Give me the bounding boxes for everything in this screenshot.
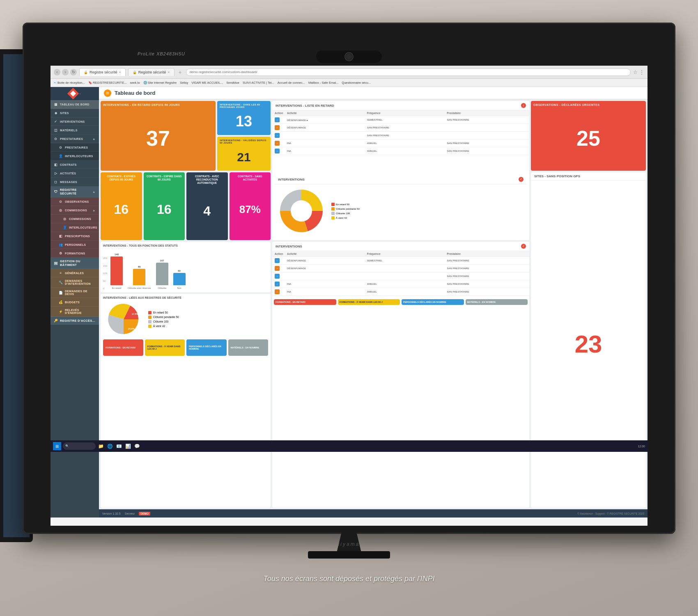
action-btn-3[interactable]: → (275, 133, 280, 138)
sidebar-item-formations[interactable]: ⚙ FORMATIONS (51, 249, 99, 258)
sidebar-item-prestataires[interactable]: ⊙ PRESTATAIRES ▲ (51, 135, 99, 143)
taskbar-icon-1[interactable]: 📁 (97, 442, 105, 450)
close-tab-2[interactable]: × (168, 70, 170, 74)
sidebar-item-tableau-de-bord[interactable]: ▦ TABLEAU DE BORD (51, 100, 99, 109)
legend-cloturee-pendante: Clôturée pendante 50 (148, 316, 179, 319)
form-materiels-title: MATÉRIELS - EN NOMBRE (467, 301, 526, 303)
bookmark-item-send[interactable]: Sendblue (226, 81, 239, 85)
pie-chart-svg (275, 184, 328, 238)
bar-chart-title: INTERVENTIONS - TOUS EN FONCTION DES STA… (103, 244, 268, 247)
bookmark-item-accueil[interactable]: Accueil de connec... (278, 81, 305, 85)
sidebar-item-demandes-int[interactable]: 🔧 DEMANDES D'INTERVENTION (51, 277, 99, 288)
address-bar[interactable]: demo.registresecurite.com/custom-dashboa… (186, 69, 631, 76)
sidebar-item-interventions[interactable]: ✓ INTERVENTIONS (51, 117, 99, 126)
tab-registre-1[interactable]: 🔒 Registre sécurité × (79, 68, 126, 76)
taskbar-search[interactable]: 🔍 (63, 442, 96, 450)
action-r3[interactable]: → (275, 274, 280, 279)
next-int-card: INTERVENTIONS - DANS LES 60 PROCHAINS JO… (217, 101, 271, 135)
action-r1[interactable]: → (275, 258, 280, 263)
action-r5[interactable]: → (275, 289, 280, 294)
sidebar-item-activites[interactable]: ▷ ACTIVITÉS (51, 169, 99, 178)
formations-row: FORMATIONS - EN RETARD FORMATIONS - À VE… (103, 339, 268, 356)
sidebar-item-demandes-devis[interactable]: 📄 DEMANDES DE DEVIS (51, 288, 99, 298)
obs-title: OBSERVATIONS - DÉCLARÉES URGENTES (533, 103, 643, 106)
sidebar-item-generales[interactable]: ≡ GÉNÉRALES (51, 269, 99, 277)
action-btn-4[interactable]: → (275, 141, 280, 146)
svg-text:24.9%: 24.9% (128, 327, 134, 330)
back-button[interactable]: ‹ (54, 69, 60, 76)
user-sub-icon: ⊙ (59, 145, 63, 149)
form-retard: FORMATIONS - EN RETARD (274, 299, 336, 305)
formation-a-venir: FORMATIONS - À VENIR DANS LES 60 J (145, 339, 185, 356)
bookmark-item-site[interactable]: 🌐 Site Internet Registre (143, 81, 177, 85)
sidebar-item-interlocuteurs[interactable]: 👤 INTERLOCUTEURS (51, 152, 99, 160)
table-row: → DÉSENFUMAGE SEMESTRIEL SAN PRESTATAIRE (272, 257, 529, 265)
bookmark-item-seek[interactable]: seek.to (130, 81, 140, 85)
sites-card: SITES - SANS POSITION GPS 23 (531, 172, 646, 508)
sidebar-section-registre-acces[interactable]: 🔑 REGISTRE D'ACCÈS... (51, 317, 99, 325)
money-icon: 💰 (59, 300, 63, 304)
bookmark-item-quest[interactable]: Questionnaire sécu... (342, 81, 371, 85)
bookmark-item-vigar[interactable]: VIGAR ME ACCUEIL... (191, 81, 223, 85)
pie-legend: En retard 50 Clôturée pendante 50 Clôtur… (148, 311, 179, 328)
sidebar-item-commissions[interactable]: ◎ COMMISSIONS ▲ (51, 206, 99, 215)
sidebar-item-materiels[interactable]: ◫ MATÉRIELS (51, 126, 99, 135)
validated-card: INTERVENTIONS - VALIDÉES DEPUIS 60 JOURS… (217, 137, 271, 171)
tab-registre-2[interactable]: 🔒 Registre sécurité × (128, 68, 174, 76)
server-label: Serveur (125, 512, 135, 515)
int-list-header: INTERVENTIONS - LISTE EN RETARD ! (272, 101, 529, 110)
bar-en-retard: 148 En retard (110, 253, 123, 290)
refresh-button[interactable]: ↻ (70, 69, 77, 76)
validated-number: 21 (220, 146, 268, 168)
bookmark-item-sellsy[interactable]: Sellsy (180, 81, 188, 85)
sidebar-item-contrats[interactable]: ◧ CONTRATS (51, 160, 99, 169)
bookmark-item-mail[interactable]: Mailbox - Safe Emai... (308, 81, 338, 85)
sidebar-item-personnels[interactable]: 👥 PERSONNELS (51, 240, 99, 249)
start-button[interactable]: ⊞ (53, 442, 61, 450)
sidebar-item-prescriptions[interactable]: ◧ PRESCRIPTIONS (51, 232, 99, 240)
action-btn-5[interactable]: → (275, 149, 280, 153)
main-pie-svg: 17.6% 24.9% (103, 301, 144, 338)
bookmark-item-registre[interactable]: 🔖 REGISTRESECURITE... (88, 81, 127, 85)
building-icon: 🏢 (54, 261, 58, 265)
sidebar-item-observations[interactable]: ⊙ OBSERVATIONS (51, 197, 99, 206)
extension-icon[interactable]: ⋮ (639, 69, 644, 75)
legend-cloturee: Clôturée 100 (148, 320, 179, 323)
next-int-column: INTERVENTIONS - DANS LES 60 PROCHAINS JO… (217, 101, 271, 171)
monitor-frame: ProLite XB2483H5U ‹ › ↻ 🔒 Registre sécur… (23, 23, 675, 534)
bookmark-icon[interactable]: ☆ (633, 69, 638, 75)
action-r2[interactable]: → (275, 266, 280, 271)
taskbar-icon-5[interactable]: 💬 (133, 442, 141, 450)
sidebar-item-messages[interactable]: ◻ MESSAGES (51, 178, 99, 186)
taskbar-icon-4[interactable]: 📊 (124, 442, 132, 450)
sidebar-section-registre[interactable]: 🛡 REGISTRE SÉCURITÉ ▲ (51, 186, 99, 197)
sidebar-item-sites[interactable]: ◈ SITES (51, 109, 99, 117)
action-r4[interactable]: → (275, 282, 280, 286)
sidebar-item-budgets[interactable]: 💰 BUDGETS (51, 298, 99, 307)
int2-badge-2: ✓ (521, 244, 526, 249)
bookmark-item-inbox[interactable]: 📧 Boite de réception... (53, 81, 85, 85)
logo-icon (67, 88, 79, 99)
sidebar-item-releves[interactable]: ⚡ RELEVÉS D'ÉNERGIE (51, 307, 99, 317)
table-row: → DÉSENFUMAGE ▸ SEMESTRIEL SAN PRESTATAI… (272, 116, 529, 124)
form-personnels-title: PERSONNELS DÉCLARÉS EN NOMBRE (403, 301, 462, 303)
sidebar-collapse[interactable]: ‹ (80, 92, 81, 96)
taskbar-icon-2[interactable]: 🌐 (106, 442, 114, 450)
footer-text: © Assistance - Support - © REGISTRE SECU… (577, 512, 644, 515)
taskbar-icon-3[interactable]: 📧 (115, 442, 123, 450)
sidebar-item-commissions-sub2[interactable]: ◎ COMMISSIONS (51, 215, 99, 223)
action-btn-2[interactable]: → (275, 125, 280, 130)
sidebar-item-interlocuteurs-sub2[interactable]: 👤 INTERLOCUTEURS (51, 223, 99, 232)
form-retard-title: FORMATIONS - EN RETARD (276, 301, 335, 303)
sidebar-section-gestion[interactable]: 🏢 GESTION DU BÂTIMENT (51, 258, 99, 269)
formation-materiels-title: MATÉRIELS - EN NOMBRE (231, 346, 266, 349)
legend-item-yellow: À venir 42 (331, 216, 360, 220)
new-tab-button[interactable]: + (177, 69, 184, 76)
table-row: → INA ANNUEL SAN PRESTATAIRE (272, 288, 529, 296)
bar-chart-container: 200 150 100 50 0 148 En retard (103, 249, 268, 290)
forward-button[interactable]: › (62, 69, 69, 76)
close-tab-1[interactable]: × (119, 70, 121, 74)
sidebar-item-prestataires-sub[interactable]: ⊙ PRESTATAIRES (51, 143, 99, 152)
action-btn-1[interactable]: → (275, 117, 280, 122)
bookmark-item-suivi[interactable]: SUIVI ACTIVITE | Tei... (243, 81, 274, 85)
